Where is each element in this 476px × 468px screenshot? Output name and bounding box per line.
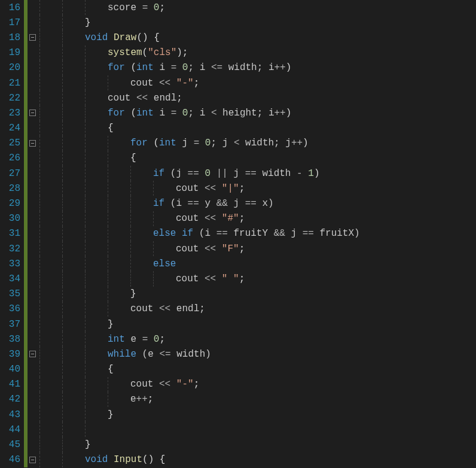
- token: }: [108, 319, 114, 330]
- gutter: 1617181920212223242526272829303132333435…: [0, 0, 37, 468]
- token: cout: [176, 273, 205, 284]
- token: }: [108, 409, 114, 420]
- token: e: [125, 334, 142, 345]
- code-line[interactable]: void Input() {: [39, 452, 476, 467]
- token: ==: [245, 198, 257, 209]
- code-line[interactable]: for (int j = 0; j < width; j++): [39, 136, 476, 151]
- code-line[interactable]: cout << " ";: [39, 271, 476, 286]
- fold-toggle-icon[interactable]: [29, 351, 36, 357]
- code-line[interactable]: cout << endl;: [39, 90, 476, 105]
- token: <<: [159, 303, 170, 314]
- line-number: 29: [0, 198, 24, 209]
- code-line[interactable]: else: [39, 256, 476, 271]
- fold-toggle-icon[interactable]: [29, 457, 36, 463]
- token: y: [199, 198, 216, 209]
- code-line[interactable]: cout << "#";: [39, 211, 476, 226]
- token: while: [108, 349, 136, 360]
- token: [210, 168, 216, 179]
- token: (j: [164, 168, 187, 179]
- code-text: for (int i = 0; i < height; i++): [39, 108, 291, 118]
- line-number: 44: [0, 424, 24, 435]
- line-number: 40: [0, 364, 24, 375]
- change-bar: [24, 75, 28, 90]
- gutter-row: 44: [0, 422, 37, 437]
- code-text: else: [39, 259, 176, 269]
- code-line[interactable]: void Draw() {: [39, 30, 476, 45]
- code-line[interactable]: [39, 422, 476, 437]
- line-number: 35: [0, 288, 24, 299]
- code-line[interactable]: for (int i = 0; i < height; i++): [39, 105, 476, 120]
- code-line[interactable]: {: [39, 151, 476, 166]
- token: void: [85, 32, 108, 43]
- token: (: [125, 108, 136, 118]
- token: ==: [245, 168, 257, 179]
- line-number: 23: [0, 108, 24, 118]
- token: score: [108, 2, 136, 13]
- code-text: e++;: [39, 394, 153, 405]
- code-line[interactable]: cout << "-";: [39, 75, 476, 90]
- code-line[interactable]: }: [39, 317, 476, 332]
- token: ||: [216, 168, 228, 179]
- change-bar: [24, 166, 28, 181]
- token: [148, 334, 154, 345]
- code-line[interactable]: if (i == y && j == x): [39, 196, 476, 211]
- code-line[interactable]: {: [39, 362, 476, 377]
- code-line[interactable]: system("cls");: [39, 45, 476, 60]
- token: () {: [142, 454, 165, 465]
- change-bar: [24, 362, 28, 377]
- token: [108, 454, 114, 465]
- code-line[interactable]: if (j == 0 || j == width - 1): [39, 166, 476, 181]
- gutter-row: 41: [0, 377, 37, 392]
- code-line[interactable]: cout << endl;: [39, 302, 476, 317]
- token: [108, 32, 114, 43]
- token: if: [153, 198, 164, 209]
- token: for: [108, 108, 125, 118]
- token: width; i: [222, 62, 274, 73]
- token: ;: [239, 183, 245, 194]
- token: <<: [159, 379, 170, 390]
- code-line[interactable]: cout << "F";: [39, 241, 476, 256]
- code-line[interactable]: for (int i = 0; i <= width; i++): [39, 60, 476, 75]
- gutter-row: 39: [0, 347, 37, 361]
- token: 0: [154, 2, 160, 13]
- code-editor[interactable]: 1617181920212223242526272829303132333435…: [0, 0, 476, 468]
- line-number: 41: [0, 379, 24, 390]
- fold-toggle-icon[interactable]: [29, 110, 36, 116]
- token: "F": [222, 244, 239, 254]
- code-line[interactable]: else if (i == fruitY && j == fruitX): [39, 226, 476, 241]
- token: i: [154, 62, 171, 73]
- fold-toggle-icon[interactable]: [29, 34, 36, 41]
- token: [216, 244, 222, 254]
- code-line[interactable]: }: [39, 287, 476, 302]
- code-text: cout << "-";: [39, 78, 199, 89]
- token: int: [108, 334, 125, 345]
- code-line[interactable]: while (e <= width): [39, 347, 476, 361]
- line-number: 32: [0, 244, 24, 254]
- code-line[interactable]: cout << "|";: [39, 181, 476, 196]
- fold-toggle-icon[interactable]: [29, 140, 36, 147]
- token: ==: [188, 198, 199, 209]
- token: &&: [274, 228, 285, 239]
- code-line[interactable]: e++;: [39, 392, 476, 407]
- token: for: [130, 138, 148, 148]
- gutter-row: 38: [0, 332, 37, 347]
- code-line[interactable]: }: [39, 15, 476, 30]
- gutter-row: 32: [0, 241, 37, 256]
- token: =: [171, 62, 177, 73]
- token: Input: [114, 454, 142, 465]
- change-bar: [24, 15, 28, 30]
- token: &&: [216, 198, 228, 209]
- code-line[interactable]: int e = 0;: [39, 332, 476, 347]
- change-bar: [24, 332, 28, 347]
- token: <=: [159, 349, 170, 360]
- code-line[interactable]: }: [39, 407, 476, 422]
- token: <<: [205, 244, 216, 254]
- code-line[interactable]: score = 0;: [39, 0, 476, 15]
- line-number: 16: [0, 2, 24, 13]
- token: ++: [274, 108, 286, 118]
- code-line[interactable]: {: [39, 121, 476, 136]
- code-line[interactable]: cout << "-";: [39, 377, 476, 392]
- code-line[interactable]: }: [39, 437, 476, 452]
- line-number: 37: [0, 319, 24, 330]
- code-area[interactable]: score = 0;}void Draw() {system("cls");fo…: [37, 0, 476, 468]
